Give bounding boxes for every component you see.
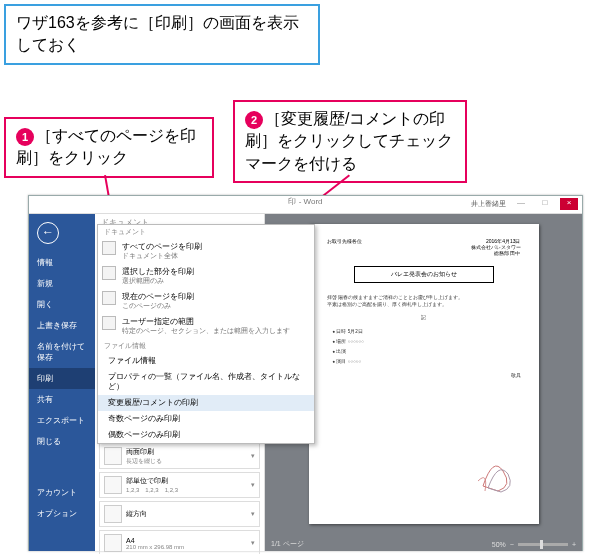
doc-li1: ● 日時 5月2日	[333, 329, 521, 336]
nav-open[interactable]: 開く	[29, 294, 95, 315]
dd-item-custom-range-sub: 特定のページ、セクション、または範囲を入力します	[122, 327, 308, 336]
dd-item-current-page[interactable]: 現在のページを印刷このページのみ	[98, 289, 314, 314]
nav-saveas[interactable]: 名前を付けて保存	[29, 336, 95, 368]
nav-close[interactable]: 閉じる	[29, 431, 95, 452]
user-name[interactable]: 井上香緒里	[471, 199, 506, 209]
doc-p1: 拝啓 陽春の候ますますご清祥のこととお慶び申し上げます。	[327, 295, 521, 302]
doc-li2: ● 場所 ○○○○○○	[333, 339, 521, 346]
title-bar: 印 - Word 井上香緒里 — □ ×	[29, 196, 582, 214]
zoom-in-icon[interactable]: +	[572, 541, 576, 548]
doc-p2: 平素は格別のご高配を賜り、厚く御礼申し上げます。	[327, 302, 521, 309]
nav-print[interactable]: 印刷	[29, 368, 95, 389]
nav-new[interactable]: 新規	[29, 273, 95, 294]
chevron-down-icon: ▾	[251, 539, 255, 547]
dd-item-fileinfo[interactable]: ファイル情報	[98, 353, 314, 369]
opt-duplex[interactable]: 両面印刷長辺を綴じる▾	[99, 443, 260, 469]
dd-section-document: ドキュメント	[98, 225, 314, 239]
zoom-out-icon[interactable]: −	[510, 541, 514, 548]
nav-options[interactable]: オプション	[29, 503, 95, 524]
doc-li3: ● 出演	[333, 349, 521, 356]
print-range-dropdown[interactable]: ドキュメント すべてのページを印刷ドキュメント全体 選択した部分を印刷選択範囲の…	[97, 224, 315, 444]
doc-title: バレエ発表会のお知らせ	[354, 266, 494, 283]
opt-paper-size-label: A4	[126, 537, 135, 544]
dd-section-fileinfo: ファイル情報	[98, 339, 314, 353]
collate-icon	[104, 476, 122, 494]
word-window: 印 - Word 井上香緒里 — □ × ← 情報 新規 開く 上書き保存 名前…	[28, 195, 583, 551]
doc-to: お取引先様各位	[327, 238, 362, 256]
opt-collate[interactable]: 部単位で印刷1,2,3 1,2,3 1,2,3▾	[99, 472, 260, 498]
back-button[interactable]: ←	[37, 222, 59, 244]
chevron-down-icon: ▾	[251, 481, 255, 489]
dd-item-all-pages-label: すべてのページを印刷	[122, 242, 202, 251]
dd-item-properties[interactable]: プロパティの一覧（ファイル名、作成者、タイトルなど）	[98, 369, 314, 395]
window-title: 印 - Word	[288, 197, 322, 206]
page-icon	[102, 316, 116, 330]
opt-collate-label: 部単位で印刷	[126, 477, 168, 484]
ballet-shoes-icon	[473, 446, 523, 496]
opt-duplex-sub: 長辺を綴じる	[126, 457, 251, 466]
paper-icon	[104, 534, 122, 552]
page-icon	[102, 266, 116, 280]
dd-item-selection-sub: 選択範囲のみ	[122, 277, 308, 286]
preview-status-bar: 1/1 ページ 50%−+	[265, 537, 582, 551]
opt-orientation[interactable]: 縦方向▾	[99, 501, 260, 527]
dd-item-selection[interactable]: 選択した部分を印刷選択範囲のみ	[98, 264, 314, 289]
opt-collate-sub: 1,2,3 1,2,3 1,2,3	[126, 486, 251, 495]
dd-item-selection-label: 選択した部分を印刷	[122, 267, 194, 276]
annotation-step-1: 1［すべてのページを印刷］をクリック	[4, 117, 214, 178]
dd-item-print-markup[interactable]: 変更履歴/コメントの印刷	[98, 395, 314, 411]
opt-paper-size[interactable]: A4210 mm x 296.98 mm▾	[99, 530, 260, 554]
nav-share[interactable]: 共有	[29, 389, 95, 410]
nav-export[interactable]: エクスポート	[29, 410, 95, 431]
nav-account[interactable]: アカウント	[29, 482, 95, 503]
dd-item-even-pages[interactable]: 偶数ページのみ印刷	[98, 427, 314, 443]
doc-from2: 総務部 田中	[494, 250, 520, 256]
dd-item-current-page-label: 現在のページを印刷	[122, 292, 194, 301]
chevron-down-icon: ▾	[251, 510, 255, 518]
dd-item-custom-range-label: ユーザー指定の範囲	[122, 317, 194, 326]
zoom-slider[interactable]	[518, 543, 568, 546]
preview-page: お取引先様各位 2016年4月13日株式会社パレスタワー総務部 田中 バレエ発表…	[309, 224, 539, 524]
orientation-icon	[104, 505, 122, 523]
step-1-badge: 1	[16, 128, 34, 146]
page-icon	[102, 241, 116, 255]
page-indicator[interactable]: 1/1 ページ	[271, 539, 304, 549]
duplex-icon	[104, 447, 122, 465]
chevron-down-icon: ▾	[251, 452, 255, 460]
nav-save[interactable]: 上書き保存	[29, 315, 95, 336]
window-close-icon[interactable]: ×	[560, 198, 578, 210]
opt-orientation-label: 縦方向	[126, 510, 147, 517]
dd-item-all-pages-sub: ドキュメント全体	[122, 252, 308, 261]
opt-duplex-label: 両面印刷	[126, 448, 154, 455]
step-2-badge: 2	[245, 111, 263, 129]
annotation-top: ワザ163を参考に［印刷］の画面を表示しておく	[4, 4, 320, 65]
annotation-step-2: 2［変更履歴/コメントの印刷］をクリックしてチェックマークを付ける	[233, 100, 467, 183]
dd-item-all-pages[interactable]: すべてのページを印刷ドキュメント全体	[98, 239, 314, 264]
doc-close: 敬具	[327, 373, 521, 380]
nav-info[interactable]: 情報	[29, 252, 95, 273]
zoom-level[interactable]: 50%	[492, 541, 506, 548]
backstage-nav: ← 情報 新規 開く 上書き保存 名前を付けて保存 印刷 共有 エクスポート 閉…	[29, 214, 95, 551]
opt-paper-size-sub: 210 mm x 296.98 mm	[126, 544, 251, 550]
dd-item-custom-range[interactable]: ユーザー指定の範囲特定のページ、セクション、または範囲を入力します	[98, 314, 314, 339]
window-min-icon[interactable]: —	[512, 198, 530, 210]
dd-item-current-page-sub: このページのみ	[122, 302, 308, 311]
window-max-icon[interactable]: □	[536, 198, 554, 210]
print-settings-pane: ドキュメント ドキュメント すべてのページを印刷ドキュメント全体 選択した部分を…	[95, 214, 265, 551]
annotation-1-text: ［すべてのページを印刷］をクリック	[16, 127, 196, 166]
page-icon	[102, 291, 116, 305]
doc-li4: ● 演目 ○○○○○	[333, 359, 521, 366]
dd-item-odd-pages[interactable]: 奇数ページのみ印刷	[98, 411, 314, 427]
annotation-2-text: ［変更履歴/コメントの印刷］をクリックしてチェックマークを付ける	[245, 110, 453, 172]
doc-rec: 記	[327, 315, 521, 322]
